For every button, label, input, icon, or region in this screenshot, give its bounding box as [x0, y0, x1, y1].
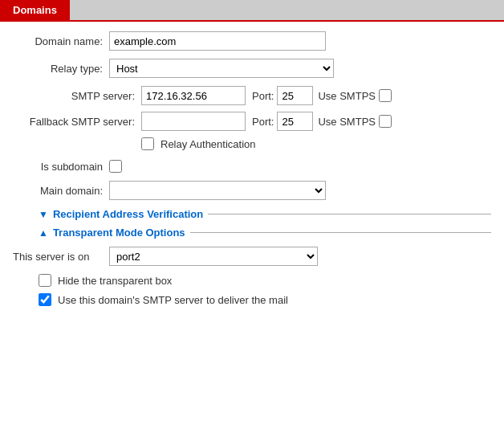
fallback-port-label: Port: — [252, 116, 274, 128]
relay-type-select[interactable]: Host MX None — [109, 59, 334, 78]
smtp-port-input[interactable] — [277, 86, 313, 105]
relay-type-label: Relay type: — [13, 63, 109, 75]
transparent-mode-arrow-icon[interactable]: ▲ — [39, 227, 48, 239]
transparent-mode-title[interactable]: Transparent Mode Options — [53, 227, 185, 239]
relay-auth-checkbox[interactable] — [141, 137, 154, 150]
smtp-use-smtps-label: Use SMTPS — [318, 90, 376, 102]
recipient-address-divider — [208, 214, 491, 214]
server-on-label: This server is on — [13, 251, 109, 263]
fallback-use-smtps-checkbox[interactable] — [379, 115, 392, 128]
fallback-port-input[interactable] — [277, 112, 313, 131]
domain-name-label: Domain name: — [13, 35, 109, 47]
smtp-server-label: SMTP server: — [13, 90, 141, 102]
recipient-address-arrow-icon[interactable]: ▼ — [39, 209, 48, 220]
main-domain-label: Main domain: — [13, 185, 109, 197]
fallback-use-smtps-label: Use SMTPS — [318, 116, 376, 128]
domains-tab[interactable]: Domains — [0, 0, 70, 20]
use-smtp-deliver-label: Use this domain's SMTP server to deliver… — [58, 294, 288, 306]
smtp-use-smtps-checkbox[interactable] — [379, 89, 392, 102]
smtp-port-label: Port: — [252, 90, 274, 102]
domain-name-input[interactable] — [109, 31, 326, 51]
fallback-smtp-input[interactable] — [141, 112, 246, 131]
hide-transparent-label: Hide the transparent box — [58, 275, 172, 287]
fallback-smtp-label: Fallback SMTP server: — [13, 116, 141, 128]
is-subdomain-label: Is subdomain — [13, 161, 109, 173]
transparent-mode-divider — [190, 232, 491, 233]
recipient-address-title[interactable]: Recipient Address Verification — [53, 208, 203, 220]
hide-transparent-checkbox[interactable] — [39, 274, 51, 287]
server-on-select[interactable]: port2 port1 port0 — [109, 247, 318, 266]
use-smtp-deliver-checkbox[interactable] — [39, 293, 51, 306]
relay-auth-label: Relay Authentication — [161, 138, 256, 150]
is-subdomain-checkbox[interactable] — [109, 160, 122, 173]
main-domain-select[interactable] — [109, 181, 326, 200]
smtp-server-input[interactable] — [141, 86, 246, 105]
